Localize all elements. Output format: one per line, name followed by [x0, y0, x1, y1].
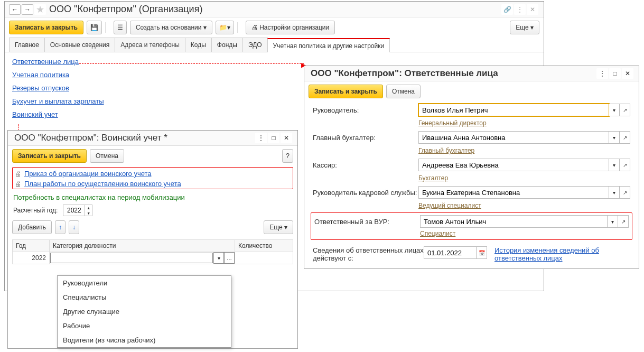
- tab-main[interactable]: Главное: [9, 38, 45, 52]
- voin-cancel-button[interactable]: Отмена: [90, 149, 124, 163]
- input-glbuh-dropdown[interactable]: ▾: [609, 131, 620, 144]
- year-down-icon[interactable]: ▼: [85, 210, 92, 216]
- label-ruk: Руководитель:: [313, 106, 418, 114]
- link-plan[interactable]: План работы по осуществлению воинского у…: [24, 180, 181, 188]
- field-vur: Ответственный за ВУР: ▾ ↗: [312, 214, 631, 229]
- voin-close-icon[interactable]: ✕: [281, 133, 292, 143]
- link-uchetnaya[interactable]: Учетная политика: [12, 71, 69, 79]
- tab-osnovnye[interactable]: Основные сведения: [44, 38, 115, 52]
- col-year[interactable]: Год: [13, 240, 50, 252]
- menu-dots-icon[interactable]: ⋮: [514, 4, 526, 15]
- nav-back-button[interactable]: ←: [9, 4, 21, 15]
- label-kadr: Руководитель кадровой службы:: [313, 189, 418, 197]
- folder-button[interactable]: 📁▾: [216, 21, 234, 34]
- year-up-icon[interactable]: ▲: [85, 205, 92, 210]
- save-close-button[interactable]: Записать и закрыть: [9, 21, 83, 34]
- resp-menu-dots-icon[interactable]: ⋮: [596, 68, 608, 79]
- tab-fondy[interactable]: Фонды: [211, 38, 243, 52]
- tab-kody[interactable]: Коды: [185, 38, 212, 52]
- input-glbuh[interactable]: [418, 131, 609, 144]
- pos-glbuh[interactable]: Главный бухгалтер: [418, 147, 474, 154]
- move-up-button[interactable]: ↑: [55, 220, 66, 234]
- tab-edo[interactable]: ЭДО: [242, 38, 268, 52]
- resp-close-icon[interactable]: ✕: [622, 68, 633, 79]
- pos-kadr[interactable]: Ведущий специалист: [418, 202, 481, 209]
- label-glbuh: Главный бухгалтер:: [313, 134, 418, 142]
- category-ellipsis-button[interactable]: …: [224, 252, 235, 264]
- add-button[interactable]: Добавить: [12, 220, 52, 234]
- year-label: Расчетный год:: [13, 207, 58, 214]
- voin-help-button[interactable]: ?: [282, 149, 293, 163]
- dropdown-item[interactable]: Другие служащие: [58, 304, 231, 319]
- move-down-button[interactable]: ↓: [69, 220, 79, 234]
- org-settings-button[interactable]: 🖨 Настройки организации: [246, 21, 335, 34]
- input-kassir[interactable]: [418, 159, 609, 171]
- calendar-icon[interactable]: 📅: [477, 246, 487, 259]
- input-kadr[interactable]: [418, 186, 609, 199]
- input-vur-open[interactable]: ↗: [618, 215, 629, 228]
- year-spinner[interactable]: ▲ ▼: [63, 205, 92, 216]
- resp-cancel-button[interactable]: Отмена: [386, 85, 421, 98]
- link-rezervy[interactable]: Резервы отпусков: [12, 84, 69, 92]
- create-based-button[interactable]: Создать на основании ▾: [130, 21, 212, 34]
- category-dropdown-button[interactable]: ▾: [213, 252, 224, 264]
- tab-adresa[interactable]: Адреса и телефоны: [115, 38, 185, 52]
- input-kassir-open[interactable]: ↗: [620, 159, 630, 171]
- input-kadr-dropdown[interactable]: ▾: [609, 186, 620, 199]
- dropdown-item[interactable]: Руководители: [58, 276, 231, 290]
- cell-category[interactable]: ▾ …: [50, 252, 235, 264]
- input-kassir-dropdown[interactable]: ▾: [609, 159, 620, 171]
- link-buhuchet[interactable]: Бухучет и выплата зарплаты: [12, 97, 104, 105]
- potreb-label: Потребность в специалистах на период моб…: [13, 193, 185, 201]
- print-icon: 🖨: [15, 180, 21, 188]
- col-category[interactable]: Категория должности: [50, 240, 235, 252]
- table-row[interactable]: 2022 ▾ …: [13, 252, 293, 264]
- cell-qty[interactable]: [235, 252, 293, 264]
- input-ruk-dropdown[interactable]: ▾: [609, 104, 620, 116]
- voin-table: Год Категория должности Количество 2022 …: [12, 239, 293, 264]
- history-link[interactable]: История изменения сведений об ответствен…: [494, 246, 621, 262]
- resp-maximize-icon[interactable]: □: [609, 68, 621, 79]
- main-tabs: Главное Основные сведения Адреса и телеф…: [5, 38, 544, 52]
- dropdown-item[interactable]: Рабочие: [58, 319, 231, 333]
- voin-menu-dots-icon[interactable]: ⋮: [255, 133, 267, 143]
- cell-year[interactable]: 2022: [13, 252, 50, 264]
- dropdown-item[interactable]: Специалисты: [58, 290, 231, 304]
- input-kadr-open[interactable]: ↗: [620, 186, 630, 199]
- input-vur-dropdown[interactable]: ▾: [608, 215, 618, 228]
- effective-row: Сведения об ответственных лицах действую…: [304, 241, 639, 268]
- resp-titlebar: ООО "Конфетпром": Ответственные лица ⋮ □…: [304, 66, 639, 81]
- list-button[interactable]: ☰: [114, 21, 127, 34]
- pos-vur[interactable]: Специалист: [420, 230, 455, 237]
- dropdown-item[interactable]: Водители (из числа рабочих): [58, 333, 231, 347]
- voin-more-button[interactable]: Еще ▾: [264, 220, 293, 234]
- save-button[interactable]: 💾: [87, 21, 102, 34]
- pos-ruk[interactable]: Генеральный директор: [418, 119, 487, 127]
- nav-forward-button[interactable]: →: [22, 4, 33, 15]
- voin-maximize-icon[interactable]: □: [268, 133, 279, 143]
- more-button[interactable]: Еще ▾: [510, 21, 539, 34]
- category-input[interactable]: [50, 253, 213, 263]
- star-icon[interactable]: ★: [34, 4, 46, 15]
- pos-kassir[interactable]: Бухгалтер: [418, 174, 448, 182]
- link-voinskiy[interactable]: Воинский учет: [12, 110, 58, 118]
- tab-uchet-politika[interactable]: Учетная политика и другие настройки: [267, 38, 390, 52]
- col-qty[interactable]: Количество: [235, 240, 293, 252]
- annotation-arrow-1: [79, 63, 304, 64]
- voin-title: ООО "Конфетпром": Воинский учет *: [14, 133, 167, 143]
- voin-save-close-button[interactable]: Записать и закрыть: [12, 149, 87, 163]
- input-vur[interactable]: [420, 215, 608, 228]
- link-otvetstvennye[interactable]: Ответственные лица: [12, 58, 79, 66]
- input-ruk[interactable]: [418, 104, 609, 116]
- voin-print-links-highlight: 🖨 Приказ об организации воинского учета …: [12, 167, 293, 189]
- print-icon: 🖨: [15, 170, 21, 178]
- input-effective-date[interactable]: [424, 246, 477, 259]
- link-prikaz[interactable]: Приказ об организации воинского учета: [24, 170, 152, 178]
- resp-save-close-button[interactable]: Записать и закрыть: [309, 85, 383, 98]
- year-input[interactable]: [63, 205, 85, 216]
- link-icon[interactable]: 🔗: [501, 4, 513, 15]
- input-glbuh-open[interactable]: ↗: [620, 131, 630, 144]
- close-icon[interactable]: ✕: [527, 4, 538, 15]
- category-dropdown[interactable]: Руководители Специалисты Другие служащие…: [57, 275, 231, 348]
- input-ruk-open[interactable]: ↗: [620, 104, 630, 116]
